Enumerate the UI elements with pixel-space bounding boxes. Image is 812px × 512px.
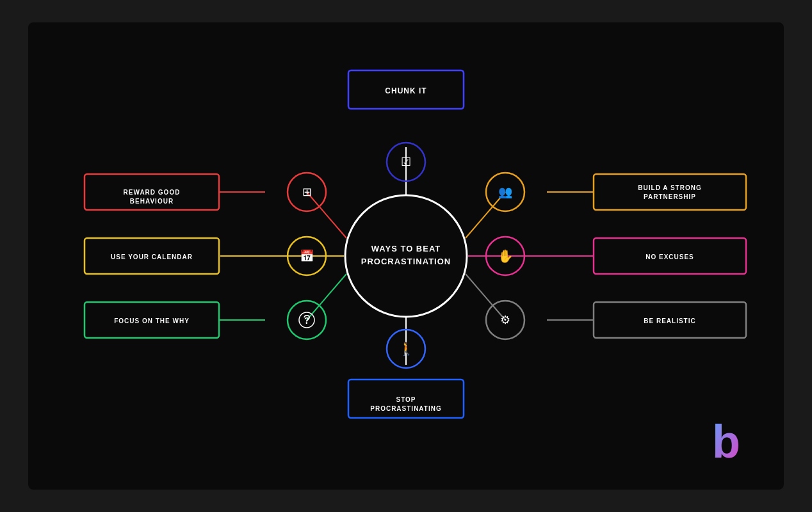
svg-line-4: [307, 274, 346, 320]
svg-text:WAYS TO BEAT: WAYS TO BEAT: [371, 244, 441, 253]
svg-point-49: [345, 195, 467, 317]
svg-text:⊞: ⊞: [302, 186, 312, 198]
svg-text:USE YOUR CALENDAR: USE YOUR CALENDAR: [111, 253, 193, 260]
svg-text:NO EXCUSES: NO EXCUSES: [646, 253, 694, 260]
slide: CHUNK IT ☑ REWARD GOOD BEHAVIOUR ⊞ USE Y…: [28, 22, 784, 490]
svg-line-9: [466, 274, 505, 320]
svg-text:PROCRASTINATING: PROCRASTINATING: [370, 405, 441, 412]
svg-text:BEHAVIOUR: BEHAVIOUR: [130, 198, 174, 205]
svg-text:STOP: STOP: [396, 396, 416, 403]
svg-line-1: [307, 192, 346, 238]
svg-text:CHUNK IT: CHUNK IT: [385, 86, 426, 95]
svg-text:PARTNERSHIP: PARTNERSHIP: [644, 193, 696, 200]
svg-text:FOCUS ON THE WHY: FOCUS ON THE WHY: [114, 317, 190, 324]
svg-text:REWARD GOOD: REWARD GOOD: [124, 189, 181, 196]
svg-text:BE REALISTIC: BE REALISTIC: [644, 317, 695, 324]
svg-text:✋: ✋: [498, 248, 514, 264]
svg-line-6: [466, 192, 505, 238]
svg-text:👥: 👥: [498, 185, 513, 199]
svg-text:📅: 📅: [300, 249, 314, 263]
svg-text:BUILD A STRONG: BUILD A STRONG: [638, 184, 701, 191]
svg-text:🚶: 🚶: [398, 341, 414, 356]
svg-text:PROCRASTINATION: PROCRASTINATION: [361, 257, 451, 266]
svg-text:b: b: [712, 416, 740, 467]
svg-rect-31: [594, 174, 746, 210]
svg-text:⚙: ⚙: [500, 314, 510, 326]
svg-text:?: ?: [304, 316, 309, 325]
svg-text:☑: ☑: [401, 156, 411, 168]
